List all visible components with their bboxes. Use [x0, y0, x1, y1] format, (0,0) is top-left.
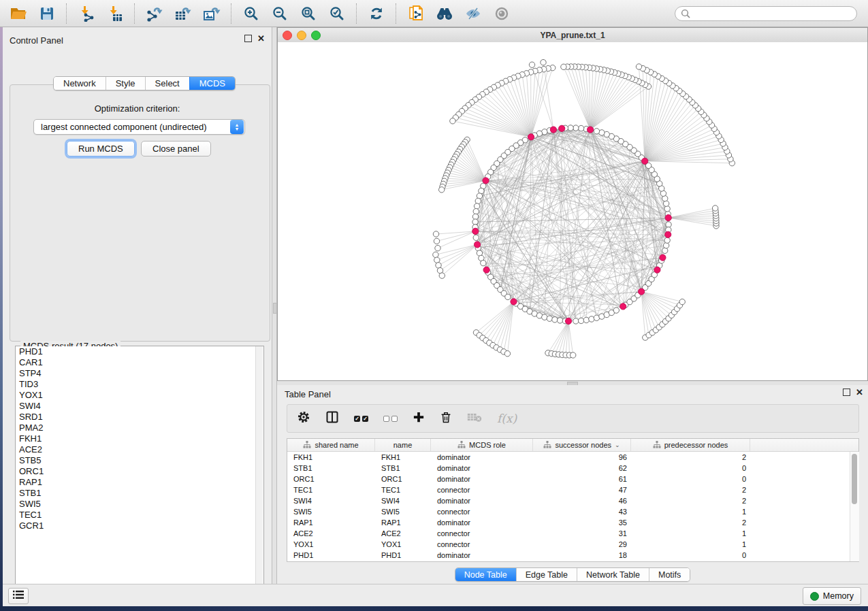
table-row[interactable]: SWI4SWI4dominator462 [287, 495, 858, 506]
table-scrollbar-thumb[interactable] [852, 454, 857, 504]
import-network-button[interactable] [72, 2, 101, 25]
tab-node-table[interactable]: Node Table [455, 568, 516, 581]
export-image-icon [203, 5, 221, 22]
status-bar: Memory [3, 584, 868, 606]
task-history-button[interactable] [8, 588, 29, 604]
tab-style[interactable]: Style [106, 77, 145, 90]
column-header[interactable]: shared name [287, 439, 375, 451]
export-table-button[interactable] [169, 2, 197, 25]
export-image-button[interactable] [197, 2, 226, 25]
refresh-button[interactable] [362, 2, 391, 25]
column-header[interactable]: name [375, 439, 431, 451]
mcds-result-item[interactable]: GCR1 [16, 521, 255, 531]
run-mcds-button[interactable]: Run MCDS [67, 141, 135, 156]
mcds-result-item[interactable]: STB5 [16, 455, 255, 466]
delete-column-trash-icon[interactable] [440, 410, 452, 427]
table-row[interactable]: PHD1PHD1dominator180 [287, 550, 858, 561]
open-folder-icon [10, 5, 27, 22]
column-header[interactable]: MCDS role [431, 439, 533, 451]
import-table-button[interactable] [101, 2, 129, 25]
table-cell: RAP1 [287, 517, 375, 528]
table-row[interactable]: SWI5SWI5connector431 [287, 506, 858, 517]
mcds-result-item[interactable]: TEC1 [16, 510, 255, 521]
show-columns-icon[interactable] [325, 410, 339, 427]
shared-column-icon [457, 441, 466, 450]
select-all-columns-icon[interactable]: ✓✓ [354, 416, 368, 422]
table-cell: dominator [431, 550, 533, 561]
table-cell: 47 [533, 484, 631, 495]
vertical-splitter[interactable] [272, 27, 277, 584]
table-row[interactable]: STB1STB1dominator620 [287, 463, 858, 474]
column-label: MCDS role [469, 441, 506, 449]
create-column-plus-icon[interactable] [413, 411, 425, 426]
export-network-button[interactable] [140, 2, 169, 25]
table-cell: 31 [533, 528, 631, 539]
close-panel-button[interactable]: Close panel [141, 141, 211, 156]
column-header[interactable]: successor nodes⌄ [533, 439, 631, 451]
table-row[interactable]: ACE2ACE2connector311 [287, 528, 858, 539]
mcds-result-item[interactable]: TID3 [16, 379, 255, 390]
mcds-result-item[interactable]: CAR1 [16, 357, 255, 368]
zoom-in-button[interactable] [237, 2, 266, 25]
table-scrollbar[interactable] [850, 452, 859, 561]
table-settings-gear-icon[interactable] [297, 410, 310, 427]
tab-network-table[interactable]: Network Table [577, 568, 649, 581]
tab-select[interactable]: Select [145, 77, 189, 90]
search-network-button[interactable] [430, 2, 459, 25]
close-panel-icon[interactable]: ✕ [257, 35, 265, 42]
zoom-fit-button[interactable] [294, 2, 323, 25]
mcds-list-scrollbar[interactable] [255, 346, 263, 597]
memory-button[interactable]: Memory [803, 587, 861, 605]
zoom-out-button[interactable] [266, 2, 294, 25]
float-panel-icon[interactable] [843, 389, 850, 396]
table-cell: dominator [431, 474, 533, 484]
tab-network[interactable]: Network [54, 77, 106, 90]
mcds-result-item[interactable]: STB1 [16, 488, 255, 499]
show-graphics-details-button[interactable] [487, 2, 516, 25]
table-cell: connector [431, 484, 533, 495]
mcds-result-item[interactable]: YOX1 [16, 390, 255, 401]
table-row[interactable]: TEC1TEC1connector472 [287, 484, 858, 495]
mcds-result-item[interactable]: SWI5 [16, 499, 255, 510]
mcds-result-item[interactable]: SWI4 [16, 401, 255, 412]
table-cell: 18 [533, 550, 631, 561]
mcds-result-item[interactable]: PMA2 [16, 423, 255, 433]
float-panel-icon[interactable] [244, 35, 252, 42]
table-cell: 96 [533, 452, 631, 463]
column-header[interactable]: predecessor nodes [631, 439, 750, 451]
table-cell: SWI4 [287, 495, 375, 506]
open-file-button[interactable] [4, 2, 33, 25]
mcds-result-list: PHD1CAR1STP4TID3YOX1SWI4SRD1PMA2FKH1ACE2… [16, 346, 255, 597]
zoom-selected-button[interactable] [323, 2, 351, 25]
table-cell: dominator [431, 463, 533, 474]
network-window-titlebar[interactable]: YPA_prune.txt_1 [278, 28, 867, 43]
mcds-result-item[interactable]: SRD1 [16, 412, 255, 423]
toolbar-divider [356, 3, 357, 24]
network-canvas[interactable] [278, 42, 867, 380]
network-file-icon [408, 5, 424, 22]
tab-edge-table[interactable]: Edge Table [516, 568, 577, 581]
close-panel-icon[interactable]: ✕ [856, 389, 863, 395]
new-network-from-file-button[interactable] [402, 2, 430, 25]
optimization-criterion-label: Optimization criterion: [3, 103, 272, 114]
tab-mcds[interactable]: MCDS [189, 77, 235, 90]
mcds-result-item[interactable]: FKH1 [16, 433, 255, 444]
mcds-result-item[interactable]: STP4 [16, 368, 255, 379]
hide-graphics-details-button[interactable] [459, 2, 487, 25]
search-input[interactable] [675, 6, 857, 21]
mcds-result-item[interactable]: ACE2 [16, 444, 255, 455]
table-row[interactable]: FKH1FKH1dominator962 [287, 452, 858, 463]
shared-column-icon [303, 441, 311, 450]
mcds-result-item[interactable]: PHD1 [16, 346, 255, 357]
tab-motifs[interactable]: Motifs [649, 568, 690, 581]
table-row[interactable]: RAP1RAP1dominator352 [287, 517, 858, 528]
save-session-button[interactable] [33, 2, 61, 25]
mcds-result-item[interactable]: RAP1 [16, 477, 255, 488]
unselect-all-columns-icon[interactable] [383, 416, 398, 422]
table-body: FKH1FKH1dominator962STB1STB1dominator620… [287, 452, 858, 561]
save-floppy-icon [39, 5, 55, 22]
criterion-select[interactable]: largest connected component (undirected)… [33, 119, 245, 135]
mcds-result-item[interactable]: ORC1 [16, 466, 255, 477]
table-row[interactable]: ORC1ORC1dominator610 [287, 474, 858, 484]
table-row[interactable]: YOX1YOX1connector291 [287, 539, 858, 550]
